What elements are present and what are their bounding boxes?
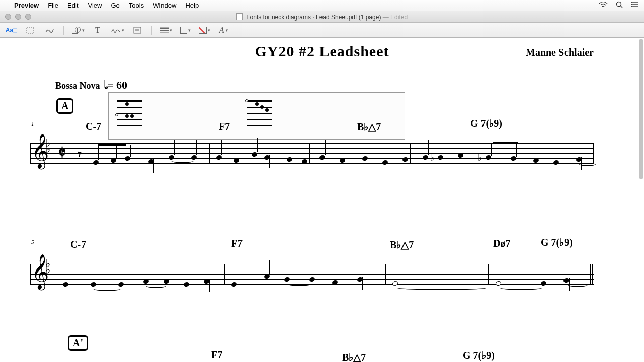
staff-system-1: 𝄞 ♭♭ 𝄵 𝄾 (30, 143, 594, 163)
chord-symbol: G 7(♭9) (470, 117, 502, 129)
rehearsal-mark-a: A (56, 98, 73, 114)
chord-symbol: C-7 (86, 121, 101, 132)
app-name-menu[interactable]: Preview (14, 2, 39, 9)
chord-symbol: B♭△7 (342, 351, 366, 362)
menu-go[interactable]: Go (111, 2, 119, 9)
chord-symbol: F7 (211, 349, 222, 361)
spotlight-icon[interactable] (616, 1, 623, 10)
chord-symbol: B♭△7 (357, 121, 381, 133)
border-style-tool[interactable]: ▾ (160, 25, 172, 36)
menu-help[interactable]: Help (185, 2, 199, 9)
selection-divider (390, 96, 390, 136)
svg-point-7 (631, 6, 632, 7)
tempo-marking: Bossa Nova 𝅗𝅥 = 60 (55, 79, 127, 92)
menu-tools[interactable]: Tools (129, 2, 144, 9)
window-titlebar: Fonts for neck diagrams · Lead Sheet.pdf… (0, 11, 644, 23)
menu-edit[interactable]: Edit (67, 2, 78, 9)
svg-point-5 (631, 2, 632, 3)
chord-diagram-cm7 (117, 98, 142, 128)
window-title: Fonts for neck diagrams · Lead Sheet.pdf… (0, 13, 644, 21)
note-tool[interactable] (131, 25, 143, 36)
chord-symbol: B♭△7 (390, 239, 414, 251)
svg-point-6 (631, 4, 632, 5)
svg-line-1 (621, 6, 623, 8)
markup-toolbar: Aa⌶ ▾ T ▾ ▾ ▾ ▾ A▾ (0, 23, 644, 38)
composer-name: Manne Schlaier (526, 47, 594, 58)
chord-symbol: C-7 (70, 239, 86, 250)
rehearsal-mark-a-prime: A' (68, 335, 88, 351)
menu-extras-icon[interactable] (631, 2, 639, 9)
menu-view[interactable]: View (88, 2, 102, 9)
measure-number: 5 (31, 239, 34, 245)
svg-rect-8 (27, 27, 34, 33)
chord-symbol: F7 (231, 238, 243, 249)
chord-symbol: G 7(♭9) (463, 349, 495, 361)
close-window-button[interactable] (5, 14, 11, 20)
font-style-tool[interactable]: A▾ (217, 25, 229, 36)
shapes-tool[interactable]: ▾ (72, 25, 85, 36)
fill-color-tool[interactable]: ▾ (198, 25, 210, 36)
chord-symbol: G 7(♭9) (541, 236, 573, 248)
sketch-tool[interactable] (43, 25, 55, 36)
staff-system-2: 𝄞 ♭♭ (30, 264, 594, 284)
zoom-window-button[interactable] (25, 14, 31, 20)
wifi-icon[interactable] (599, 2, 608, 9)
key-signature: ♭♭ (45, 261, 50, 273)
rectangular-selection-tool[interactable] (24, 25, 36, 36)
menu-window[interactable]: Window (153, 2, 176, 9)
chord-diagram-f7 (247, 98, 272, 128)
text-tool[interactable]: T (92, 25, 104, 36)
menu-file[interactable]: File (48, 2, 58, 9)
svg-point-0 (617, 2, 621, 7)
document-viewport[interactable]: GY20 #2 Leadsheet Manne Schlaier Bossa N… (0, 38, 644, 362)
text-selection-tool[interactable]: Aa⌶ (5, 25, 17, 36)
time-signature: 𝄵 (58, 142, 66, 163)
sign-tool[interactable]: ▾ (111, 25, 124, 36)
minimize-window-button[interactable] (15, 14, 21, 20)
border-color-tool[interactable]: ▾ (179, 25, 191, 36)
key-signature: ♭♭ (45, 140, 50, 152)
svg-rect-9 (134, 27, 141, 33)
chord-symbol: F7 (219, 121, 230, 132)
measure-number: 1 (31, 121, 34, 127)
scrollbar-thumb[interactable] (639, 39, 643, 179)
chord-symbol: Dø7 (493, 238, 510, 249)
pdf-file-icon (236, 13, 243, 20)
menu-bar: Preview File Edit View Go Tools Window H… (0, 0, 644, 11)
